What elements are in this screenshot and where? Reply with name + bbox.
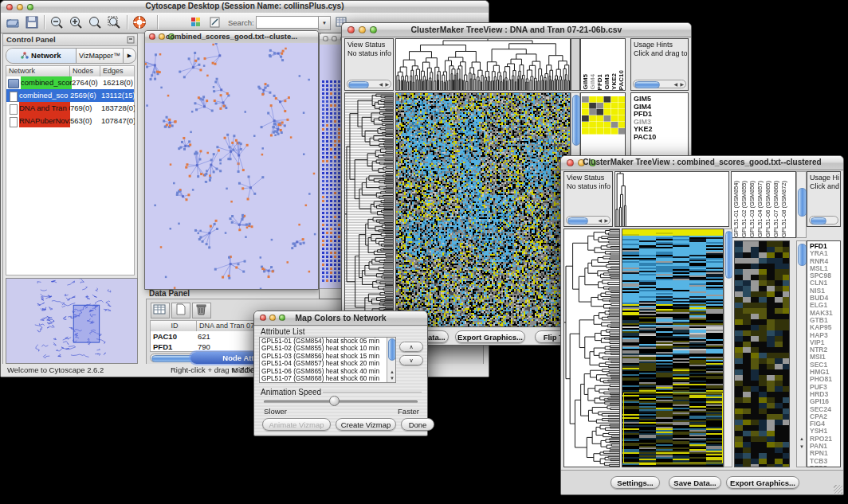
move-down-button[interactable]: ∨ — [399, 355, 423, 365]
view-status-scrollbar[interactable]: ◀ ▶ — [347, 80, 391, 88]
attribute-list-label: Attribute List — [261, 327, 305, 336]
done-button[interactable]: Done — [401, 418, 434, 431]
minimize-button[interactable] — [332, 36, 337, 41]
network-table-row[interactable]: RNAPuberNov2+|563(0)107847(0) — [6, 115, 134, 127]
tv1-heatmap[interactable] — [395, 92, 571, 327]
delete-attribute-icon[interactable] — [192, 303, 211, 318]
column-label: GPL51-07 (GSM868) — [772, 181, 780, 237]
gene-label[interactable]: PEP5 — [810, 465, 840, 467]
export-graphics-button[interactable]: Export Graphics... — [455, 330, 525, 343]
tv2-genes-vscrollbar[interactable]: ▲ ▼ — [796, 240, 807, 467]
column-label: GPL51-08 (GSM872) — [780, 181, 788, 237]
help-icon[interactable] — [132, 15, 147, 29]
tv2-heatmap[interactable] — [622, 229, 724, 467]
faster-label: Faster — [398, 407, 419, 416]
zoom-selected-icon[interactable] — [88, 15, 102, 29]
scroll-down-icon[interactable]: ▼ — [799, 444, 804, 449]
scroll-right-icon[interactable]: ▶ — [385, 82, 389, 87]
network-table: NetworkNodesEdges combined_scores_2764(0… — [6, 65, 135, 275]
move-up-button[interactable]: ∧ — [399, 342, 423, 352]
zoom-fit-icon[interactable] — [107, 15, 121, 29]
tab-network[interactable]: Network — [6, 49, 77, 63]
scroll-left-icon[interactable]: ◀ — [598, 218, 602, 223]
tv2-view-status-panel: View StatusNo status info t ◀ ▶ — [563, 171, 613, 227]
scroll-left-icon[interactable]: ◀ — [673, 82, 677, 87]
animate-vizmap-button: Animate Vizmap — [262, 418, 331, 431]
new-attribute-icon[interactable] — [171, 303, 190, 318]
usage-hints-scrollbar[interactable] — [809, 216, 838, 225]
tv1-column-dendrogram[interactable] — [395, 38, 571, 91]
annotation-icon[interactable] — [209, 15, 222, 29]
open-file-icon[interactable] — [6, 15, 20, 29]
network-name: combined_scores_ — [21, 76, 72, 89]
animation-slider-thumb[interactable] — [329, 396, 340, 406]
network-view-canvas[interactable] — [145, 43, 318, 289]
scroll-down-icon[interactable]: ▼ — [390, 376, 395, 381]
network-nodes-count: 563(0) — [70, 115, 101, 127]
search-input[interactable] — [256, 16, 319, 29]
attribute-listbox[interactable]: GPL51-01 (GSM854) heat shock 05 minGPL51… — [259, 337, 396, 383]
settings-button[interactable]: Settings... — [610, 476, 660, 489]
dialog-titlebar[interactable]: Map Colors to Network — [254, 311, 427, 326]
scroll-up-icon[interactable]: ▲ — [390, 369, 395, 374]
tv2-zoom-heatmap[interactable] — [734, 240, 790, 467]
resize-grip[interactable] — [834, 485, 842, 494]
main-titlebar[interactable]: Cytoscape Desktop (Session Name: collins… — [1, 1, 489, 14]
view-status-title: View Status — [347, 41, 393, 49]
animation-slider-track[interactable] — [264, 400, 418, 403]
attribute-row-id: PAC10 — [151, 331, 198, 342]
network-overview-canvas[interactable] — [6, 279, 135, 361]
attribute-list-scrollbar[interactable]: ▲ ▼ — [387, 338, 395, 382]
network-row-icon — [8, 79, 19, 88]
save-icon[interactable] — [25, 15, 39, 29]
tv2-labels-vscrollbar[interactable] — [796, 171, 807, 238]
treeview2-titlebar[interactable]: ClusterMaker TreeView : combined_scores_… — [561, 156, 843, 170]
network-overview-panel[interactable] — [6, 278, 138, 364]
scroll-left-icon[interactable]: ◀ — [379, 82, 383, 87]
grid-network-canvas[interactable] — [321, 80, 343, 285]
usage-hints-title: Usage Hi — [810, 174, 840, 182]
scroll-up-icon[interactable]: ▲ — [799, 436, 804, 441]
network-table-row[interactable]: combined_sco2569(6)13112(15) — [6, 89, 134, 102]
attribute-item[interactable]: GPL51-07 (GSM868) heat shock 60 min — [260, 375, 395, 382]
network-edges-count: 13112(15) — [101, 89, 135, 102]
scroll-right-icon[interactable]: ▶ — [680, 82, 684, 87]
vizmap-icon[interactable] — [190, 15, 202, 29]
control-panel: Control Panel Network VizMapper™ ▶ Netwo… — [2, 33, 138, 369]
gene-label[interactable]: PAC10 — [634, 134, 688, 142]
network-name: RNAPuberNov2+| — [19, 115, 70, 127]
save-data-button[interactable]: Save Data... — [669, 476, 721, 489]
column-label: PAC10 — [618, 70, 625, 90]
view-status-scrollbar[interactable]: ◀ ▶ — [566, 216, 610, 225]
tv2-heatmap-vscrollbar[interactable] — [724, 229, 732, 467]
treeview1-titlebar[interactable]: ClusterMaker TreeView : DNA and Tran 07-… — [342, 23, 691, 37]
zoom-in-icon[interactable] — [69, 15, 83, 29]
slower-label: Slower — [264, 407, 287, 416]
tv1-splitter[interactable] — [571, 38, 580, 91]
network-edges-count: 16218(0) — [103, 76, 136, 89]
treeview1-title: ClusterMaker TreeView : DNA and Tran 07-… — [342, 25, 691, 34]
usage-hints-scrollbar[interactable]: ◀ ▶ — [633, 80, 686, 88]
export-graphics-button[interactable]: Export Graphics... — [726, 476, 799, 489]
search-dropdown-button[interactable]: ▼ — [318, 16, 331, 30]
control-panel-tabs: Network VizMapper™ ▶ — [6, 48, 136, 64]
tv2-row-dendrogram[interactable] — [563, 229, 620, 467]
network-view-window: combined_scores_good.txt--cluste... — [144, 30, 319, 290]
tv1-row-dendrogram[interactable] — [344, 92, 394, 327]
tv2-gene-list: PFD1YRA1RNR4MSL1SPC98CLN1NIS1BUD4ELG1MAK… — [807, 240, 841, 467]
network-table-row[interactable]: combined_scores_2764(0)16218(0) — [6, 76, 134, 89]
column-label: GPL51-02 (GSM855) — [740, 181, 748, 237]
zoom-out-icon[interactable] — [49, 15, 64, 29]
column-id[interactable]: ID — [151, 321, 197, 331]
tab-vizmapper[interactable]: VizMapper™ — [77, 49, 123, 63]
network-table-row[interactable]: DNA and Tran 07769(0)183728(0) — [6, 102, 134, 115]
float-panel-icon[interactable] — [127, 36, 135, 45]
close-button[interactable] — [323, 36, 328, 41]
network-table-header[interactable]: NetworkNodesEdges — [6, 66, 134, 76]
network-edges-count: 183728(0) — [101, 102, 135, 115]
tabs-overflow-button[interactable]: ▶ — [123, 49, 135, 63]
scroll-right-icon[interactable]: ▶ — [604, 218, 608, 223]
create-vizmap-button[interactable]: Create Vizmap — [336, 418, 396, 431]
table-mode-icon[interactable] — [151, 303, 170, 318]
tv2-column-dendrogram[interactable] — [614, 171, 729, 227]
